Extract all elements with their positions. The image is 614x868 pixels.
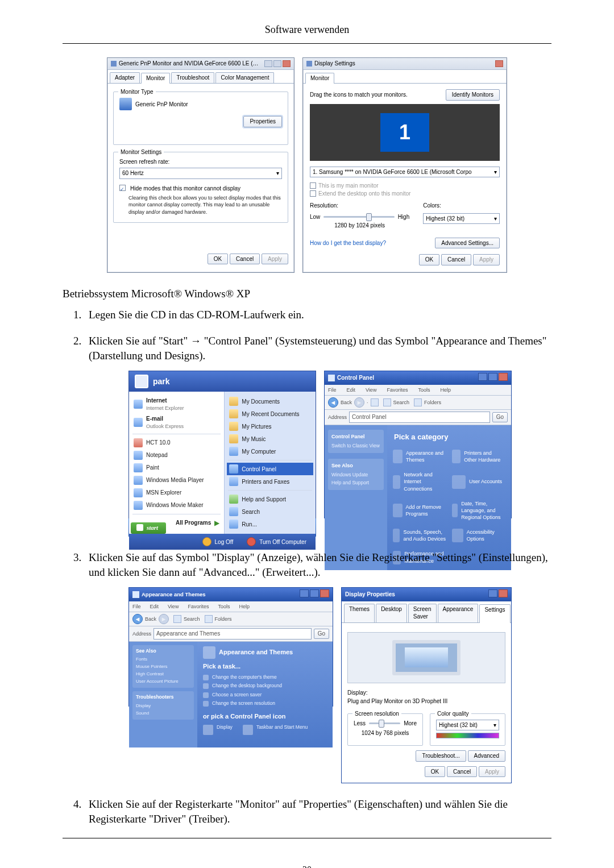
start-menu-item[interactable]: Windows Movie Maker — [131, 499, 222, 512]
window-controls[interactable] — [264, 60, 291, 67]
apply-button[interactable]: Apply — [262, 254, 288, 265]
category-item[interactable]: Accessibility Options — [452, 529, 505, 542]
search-icon[interactable] — [173, 615, 181, 623]
start-menu-item[interactable]: Notepad — [131, 449, 222, 462]
side-panel-link[interactable]: High Contrast — [136, 671, 190, 678]
forward-button[interactable]: ► — [354, 397, 364, 408]
menu-favorites[interactable]: Favorites — [188, 603, 209, 610]
close-icon[interactable] — [283, 60, 291, 67]
side-panel-link[interactable]: Fonts — [136, 656, 190, 663]
tab-themes[interactable]: Themes — [344, 604, 375, 622]
start-menu-item[interactable]: My Music — [227, 433, 313, 445]
tab-screen-saver[interactable]: Screen Saver — [408, 604, 437, 622]
cancel-button[interactable]: Cancel — [230, 254, 260, 265]
resolution-slider[interactable] — [323, 216, 394, 218]
category-item[interactable]: Network and Internet Connections — [393, 471, 446, 492]
start-menu-item[interactable]: Help and Support — [227, 493, 313, 505]
best-display-link[interactable]: How do I get the best display? — [310, 239, 386, 247]
start-menu-item[interactable]: My Recent Documents — [227, 408, 313, 420]
side-panel-link[interactable]: Help and Support — [331, 479, 380, 487]
cancel-button[interactable]: Cancel — [441, 254, 471, 265]
ok-button[interactable]: OK — [425, 766, 445, 778]
forward-button[interactable]: ► — [159, 614, 169, 624]
close-icon[interactable] — [495, 60, 503, 67]
menu-edit[interactable]: Edit — [150, 603, 159, 610]
tab-settings[interactable]: Settings — [479, 604, 510, 623]
tab-appearance[interactable]: Appearance — [438, 604, 479, 622]
menu-view[interactable]: View — [168, 603, 179, 610]
folders-icon[interactable] — [205, 615, 213, 623]
properties-button[interactable]: Properties — [243, 116, 282, 127]
start-menu-item[interactable]: Search — [227, 505, 313, 518]
color-quality-select[interactable]: Highest (32 bit)▾ — [436, 720, 499, 731]
task-link[interactable]: Choose a screen saver — [203, 692, 327, 698]
tab-adapter[interactable]: Adapter — [110, 72, 140, 84]
start-menu-item[interactable]: My Computer — [227, 445, 313, 458]
side-panel-link[interactable]: Display — [136, 703, 190, 710]
slider-thumb[interactable] — [366, 213, 372, 221]
folders-icon[interactable] — [414, 398, 422, 406]
tab-monitor[interactable]: Monitor — [305, 73, 334, 84]
start-menu-item[interactable]: Control Panel — [227, 463, 313, 475]
logoff-button[interactable]: Log Off — [198, 536, 238, 547]
start-menu-item[interactable]: Windows Media Player — [131, 474, 222, 487]
menu-help[interactable]: Help — [440, 387, 451, 393]
menu-edit[interactable]: Edit — [347, 387, 356, 393]
window-controls[interactable] — [495, 60, 503, 67]
window-controls[interactable] — [477, 373, 508, 383]
start-menu-item[interactable]: My Pictures — [227, 420, 313, 433]
start-menu-item[interactable]: Run... — [227, 518, 313, 530]
monitor-select[interactable]: 1. Samsung **** on NVIDIA GeForce 6600 L… — [310, 167, 500, 178]
back-button[interactable]: ◄ — [328, 397, 338, 408]
side-panel-link[interactable]: Sound — [136, 710, 190, 717]
start-menu-item[interactable]: Paint — [131, 462, 222, 474]
identify-monitors-button[interactable]: Identify Monitors — [446, 89, 500, 101]
up-icon[interactable] — [371, 398, 379, 406]
side-panel-link[interactable]: Switch to Classic View — [331, 442, 380, 450]
category-item[interactable]: Date, Time, Language, and Regional Optio… — [452, 500, 505, 521]
menu-tools[interactable]: Tools — [218, 603, 230, 610]
address-bar[interactable]: Control Panel — [349, 412, 490, 423]
hide-modes-checkbox[interactable] — [119, 185, 126, 191]
cp-icon-link[interactable]: Display — [203, 724, 233, 735]
tab-desktop[interactable]: Desktop — [376, 604, 407, 622]
go-button[interactable]: Go — [492, 412, 508, 422]
turnoff-button[interactable]: Turn Off Computer — [242, 536, 311, 547]
start-menu-item[interactable]: InternetInternet Explorer — [131, 395, 222, 413]
task-link[interactable]: Change the desktop background — [203, 683, 327, 689]
side-panel-link[interactable]: Windows Update — [331, 471, 380, 479]
maximize-icon[interactable] — [273, 60, 281, 67]
monitor-1-icon[interactable]: 1 — [379, 112, 430, 153]
go-button[interactable]: Go — [314, 629, 329, 639]
refresh-rate-select[interactable]: 60 Hertz ▾ — [119, 168, 282, 179]
start-menu-item[interactable]: E-mailOutlook Express — [131, 413, 222, 431]
start-menu-item[interactable]: HCT 10.0 — [131, 437, 222, 449]
troubleshoot-button[interactable]: Troubleshoot... — [416, 750, 466, 762]
advanced-button[interactable]: Advanced — [468, 750, 505, 762]
menu-help[interactable]: Help — [239, 603, 250, 610]
category-item[interactable]: Sounds, Speech, and Audio Devices — [393, 529, 446, 542]
menu-favorites[interactable]: Favorites — [387, 387, 408, 393]
resolution-slider[interactable] — [369, 722, 400, 724]
search-icon[interactable] — [383, 398, 391, 406]
start-menu-item[interactable]: My Documents — [227, 395, 313, 408]
category-item[interactable]: User Accounts — [452, 471, 505, 492]
category-item[interactable]: Printers and Other Hardware — [452, 450, 505, 463]
back-button[interactable]: ◄ — [132, 614, 143, 624]
menu-file[interactable]: File — [132, 603, 141, 610]
ok-button[interactable]: OK — [419, 254, 439, 265]
window-controls[interactable] — [298, 589, 329, 600]
menu-tools[interactable]: Tools — [418, 387, 430, 393]
menu-view[interactable]: View — [366, 387, 376, 393]
menu-file[interactable]: File — [328, 387, 337, 393]
side-panel-link[interactable]: Mouse Pointers — [136, 663, 190, 671]
task-link[interactable]: Change the screen resolution — [203, 700, 327, 707]
task-link[interactable]: Change the computer's theme — [203, 674, 327, 680]
tab-monitor[interactable]: Monitor — [141, 73, 170, 84]
window-controls[interactable] — [487, 589, 508, 600]
advanced-settings-button[interactable]: Advanced Settings... — [435, 238, 500, 249]
colors-select[interactable]: Highest (32 bit) ▾ — [423, 213, 500, 225]
apply-button[interactable]: Apply — [473, 254, 500, 265]
address-bar[interactable]: Appearance and Themes — [154, 628, 312, 639]
side-panel-link[interactable]: User Account Picture — [136, 678, 190, 686]
